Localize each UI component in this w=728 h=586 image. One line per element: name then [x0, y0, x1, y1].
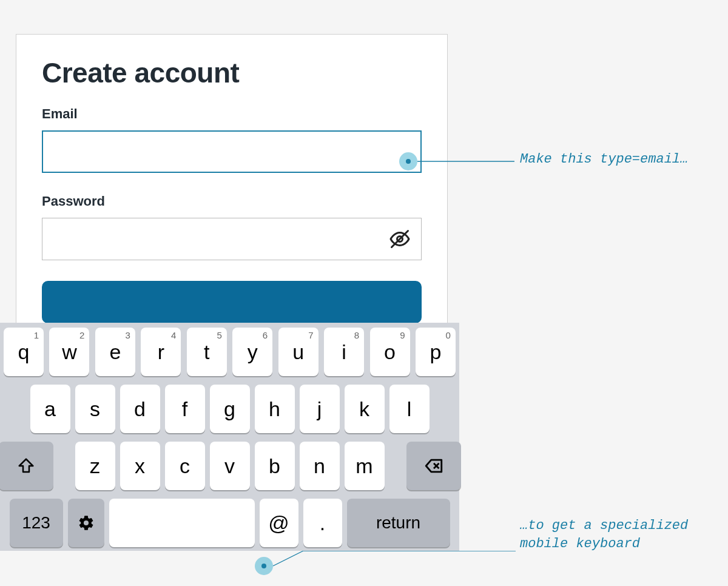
gear-icon [78, 514, 95, 531]
key-backspace[interactable] [406, 442, 461, 490]
annotation-marker-1 [399, 152, 417, 170]
keyboard-row-4: 123 @ . return [4, 499, 456, 547]
key-j[interactable]: j [300, 385, 340, 433]
keyboard-row-1: 1q 2w 3e 4r 5t 6y 7u 8i 9o 0p [4, 328, 456, 376]
key-a[interactable]: a [30, 385, 70, 433]
key-m[interactable]: m [345, 442, 385, 490]
shift-icon [17, 457, 35, 475]
key-u[interactable]: 7u [278, 328, 318, 376]
key-x[interactable]: x [120, 442, 160, 490]
mobile-keyboard: 1q 2w 3e 4r 5t 6y 7u 8i 9o 0p a s d f g … [0, 323, 459, 551]
keyboard-row-3: z x c v b n m [4, 442, 456, 490]
key-h[interactable]: h [255, 385, 295, 433]
key-t[interactable]: 5t [187, 328, 227, 376]
key-at[interactable]: @ [260, 499, 298, 547]
annotation-marker-2 [255, 557, 273, 575]
annotation-text-1: Make this type=email… [520, 150, 714, 169]
email-label: Email [42, 106, 422, 122]
submit-button[interactable] [42, 281, 422, 323]
email-input-wrap [42, 130, 422, 173]
email-field[interactable] [42, 130, 422, 173]
password-label: Password [42, 194, 422, 209]
annotation-leader-1 [417, 158, 521, 170]
key-z[interactable]: z [75, 442, 115, 490]
key-mode-123[interactable]: 123 [10, 499, 63, 547]
key-v[interactable]: v [210, 442, 250, 490]
key-space[interactable] [109, 499, 255, 547]
key-dot[interactable]: . [303, 499, 342, 547]
key-l[interactable]: l [389, 385, 430, 433]
toggle-password-visibility-icon[interactable] [389, 228, 411, 250]
create-account-card: Create account Email Password [16, 34, 448, 326]
key-o[interactable]: 9o [370, 328, 410, 376]
key-p[interactable]: 0p [416, 328, 456, 376]
key-k[interactable]: k [345, 385, 385, 433]
key-b[interactable]: b [255, 442, 295, 490]
key-y[interactable]: 6y [232, 328, 272, 376]
key-q[interactable]: 1q [4, 328, 44, 376]
annotation-leader-2 [273, 551, 522, 575]
key-i[interactable]: 8i [324, 328, 364, 376]
key-n[interactable]: n [300, 442, 340, 490]
password-input-wrap [42, 218, 422, 260]
key-return[interactable]: return [347, 499, 450, 547]
key-settings[interactable] [68, 499, 104, 547]
page-title: Create account [42, 56, 422, 89]
key-w[interactable]: 2w [49, 328, 89, 376]
key-r[interactable]: 4r [141, 328, 181, 376]
key-d[interactable]: d [120, 385, 160, 433]
key-shift[interactable] [0, 442, 53, 490]
keyboard-row-2: a s d f g h j k l [4, 385, 456, 433]
key-s[interactable]: s [75, 385, 115, 433]
annotation-text-2: …to get a specialized mobile keyboard [520, 517, 714, 553]
key-e[interactable]: 3e [95, 328, 135, 376]
backspace-icon [423, 456, 444, 476]
password-field[interactable] [42, 218, 422, 260]
key-c[interactable]: c [165, 442, 205, 490]
key-g[interactable]: g [210, 385, 250, 433]
key-f[interactable]: f [165, 385, 205, 433]
